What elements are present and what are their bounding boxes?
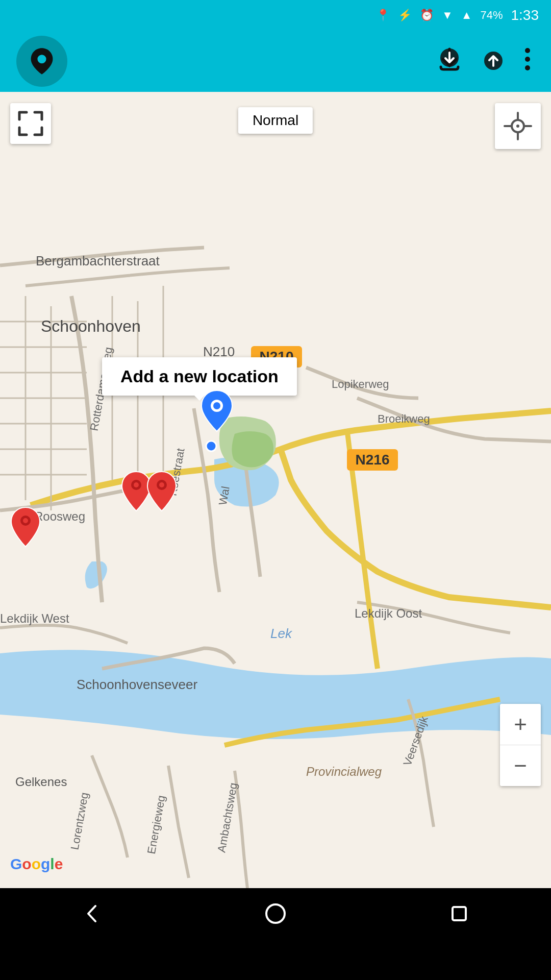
svg-text:N216: N216	[356, 452, 390, 468]
zoom-out-button[interactable]: −	[500, 745, 541, 786]
location-status-icon: 📍	[376, 9, 390, 22]
google-logo: Google	[10, 855, 63, 873]
google-logo-o2: o	[32, 855, 41, 872]
app-bar	[0, 31, 551, 92]
svg-text:Lek: Lek	[270, 626, 293, 641]
home-icon	[263, 901, 288, 926]
map-view[interactable]: N210 N216 Bergambachterstraat Schoonhove…	[0, 92, 551, 888]
svg-point-45	[266, 904, 285, 923]
bluetooth-status-icon: ⚡	[398, 9, 412, 22]
blue-dot-icon	[204, 439, 218, 453]
recents-icon	[446, 901, 472, 926]
alarm-status-icon: ⏰	[420, 9, 434, 22]
locate-me-button[interactable]	[495, 103, 541, 149]
svg-point-40	[23, 518, 28, 523]
map-type-label[interactable]: Normal	[238, 107, 313, 134]
google-logo-o1: o	[22, 855, 31, 872]
svg-point-31	[516, 125, 519, 128]
fullscreen-icon	[16, 109, 45, 138]
blue-location-pin-icon	[199, 388, 235, 434]
svg-text:Schoonhovenseveer: Schoonhovenseveer	[77, 677, 197, 692]
red-location-pin-3-icon	[145, 470, 179, 513]
app-logo[interactable]	[16, 36, 67, 87]
svg-text:Bergambachterstraat: Bergambachterstraat	[36, 253, 160, 268]
add-location-text: Add a new location	[120, 366, 279, 386]
svg-point-4	[525, 57, 530, 62]
red-pin-1[interactable]	[9, 505, 42, 551]
zoom-in-button[interactable]: +	[500, 704, 541, 745]
svg-point-42	[134, 482, 139, 487]
google-logo-g: G	[10, 855, 22, 872]
blue-dot	[204, 439, 218, 455]
svg-text:Provincialweg: Provincialweg	[306, 765, 382, 778]
svg-rect-46	[453, 907, 466, 920]
svg-point-3	[525, 48, 530, 53]
bottom-nav-bar	[0, 888, 551, 939]
google-logo-g2: g	[41, 855, 50, 872]
location-pin-logo-icon	[27, 46, 57, 77]
map-background: N210 N216 Bergambachterstraat Schoonhove…	[0, 92, 551, 888]
svg-point-5	[525, 65, 530, 70]
svg-text:Lopikerweg: Lopikerweg	[332, 378, 389, 390]
home-button[interactable]	[255, 893, 296, 934]
svg-text:Lekdijk West: Lekdijk West	[0, 611, 69, 625]
signal-status-icon: ▲	[461, 9, 472, 22]
svg-point-38	[206, 441, 216, 451]
status-bar: 📍 ⚡ ⏰ ▼ ▲ 74% 1:33	[0, 0, 551, 31]
upload-button[interactable]	[477, 42, 510, 81]
download-button[interactable]	[433, 42, 466, 81]
fullscreen-button[interactable]	[10, 103, 51, 144]
back-icon	[79, 901, 105, 926]
svg-point-37	[213, 402, 220, 409]
svg-text:Lekdijk Oost: Lekdijk Oost	[355, 606, 422, 620]
back-button[interactable]	[71, 893, 112, 934]
status-time: 1:33	[511, 7, 539, 23]
svg-point-44	[159, 482, 164, 487]
svg-point-0	[37, 55, 46, 63]
svg-text:Broeikweg: Broeikweg	[378, 412, 430, 425]
zoom-controls: + −	[500, 704, 541, 786]
google-logo-l: l	[50, 855, 54, 872]
more-options-button[interactable]	[520, 42, 535, 81]
blue-pin-main[interactable]	[199, 388, 235, 436]
google-logo-e: e	[55, 855, 63, 872]
crosshair-icon	[504, 112, 532, 140]
recents-button[interactable]	[439, 893, 480, 934]
battery-percentage: 74%	[480, 9, 503, 22]
svg-text:Schoonhoven: Schoonhoven	[41, 317, 141, 335]
red-pin-3[interactable]	[145, 470, 179, 515]
wifi-status-icon: ▼	[442, 9, 453, 22]
svg-text:Gelkenes: Gelkenes	[15, 775, 67, 789]
red-location-pin-1-icon	[9, 505, 42, 549]
